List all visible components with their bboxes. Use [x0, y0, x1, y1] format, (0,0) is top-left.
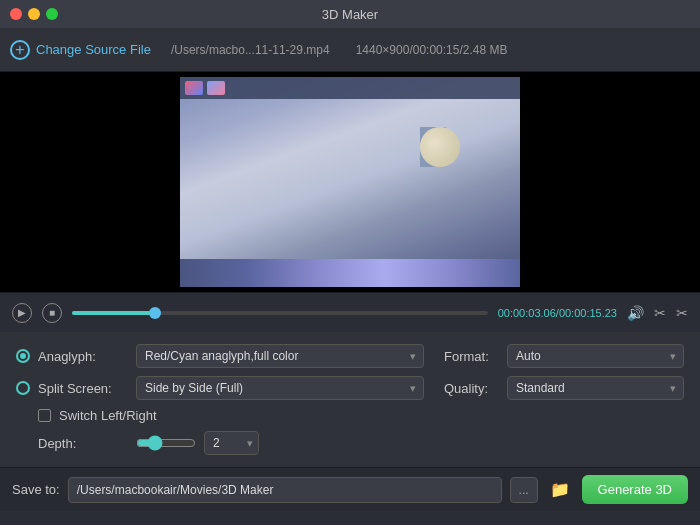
quality-row: Quality: Standard High Low: [444, 376, 684, 400]
total-time: 00:00:15.23: [559, 307, 617, 319]
file-path: /Users/macbo...11-11-29.mp4: [171, 43, 330, 57]
switch-lr-label: Switch Left/Right: [59, 408, 157, 423]
depth-select-wrapper: 1 2 3 4 5: [204, 431, 259, 455]
split-screen-label: Split Screen:: [38, 381, 128, 396]
split-select[interactable]: Side by Side (Full) Side by Side (Half) …: [136, 376, 424, 400]
format-select-wrapper: Auto MP4 MKV AVI: [507, 344, 684, 368]
title-bar: 3D Maker: [0, 0, 700, 28]
left-settings: Anaglyph: Red/Cyan anaglyph,full color R…: [16, 344, 424, 455]
save-to-label: Save to:: [12, 482, 60, 497]
mini-icon-1: [185, 81, 203, 95]
progress-thumb[interactable]: [149, 307, 161, 319]
quality-label: Quality:: [444, 381, 499, 396]
right-settings: Format: Auto MP4 MKV AVI Quality: Standa…: [444, 344, 684, 455]
video-taskbar: [180, 259, 520, 287]
split-select-wrapper: Side by Side (Full) Side by Side (Half) …: [136, 376, 424, 400]
bottom-bar: Save to: ... 📁 Generate 3D: [0, 467, 700, 511]
controls-bar: ▶ ■ 00:00:03.06/00:00:15.23 🔊 ✂ ✂: [0, 292, 700, 332]
depth-row: Depth: 1 2 3 4 5: [16, 431, 424, 455]
switch-lr-checkbox[interactable]: [38, 409, 51, 422]
anaglyph-radio[interactable]: [16, 349, 30, 363]
moon-shape: [420, 127, 460, 167]
progress-bar[interactable]: [72, 311, 488, 315]
stop-button[interactable]: ■: [42, 303, 62, 323]
play-button[interactable]: ▶: [12, 303, 32, 323]
format-label: Format:: [444, 349, 499, 364]
change-source-button[interactable]: + Change Source File: [10, 40, 151, 60]
quality-select[interactable]: Standard High Low: [507, 376, 684, 400]
current-time: 00:00:03.06: [498, 307, 556, 319]
depth-slider[interactable]: [136, 435, 196, 451]
quality-select-wrapper: Standard High Low: [507, 376, 684, 400]
generate-3d-button[interactable]: Generate 3D: [582, 475, 688, 504]
switch-lr-row: Switch Left/Right: [16, 408, 424, 423]
anaglyph-select[interactable]: Red/Cyan anaglyph,full color Red/Cyan an…: [136, 344, 424, 368]
split-screen-radio[interactable]: [16, 381, 30, 395]
anaglyph-row: Anaglyph: Red/Cyan anaglyph,full color R…: [16, 344, 424, 368]
progress-fill: [72, 311, 155, 315]
time-display: 00:00:03.06/00:00:15.23: [498, 307, 617, 319]
video-topbar: [180, 77, 520, 99]
maximize-button[interactable]: [46, 8, 58, 20]
minimize-button[interactable]: [28, 8, 40, 20]
mini-icon-2: [207, 81, 225, 95]
add-icon: +: [10, 40, 30, 60]
scissors-icon[interactable]: ✂: [676, 305, 688, 321]
settings-icon[interactable]: ✂: [654, 305, 666, 321]
close-button[interactable]: [10, 8, 22, 20]
format-row: Format: Auto MP4 MKV AVI: [444, 344, 684, 368]
preview-area: [0, 72, 700, 292]
file-dimensions: 1440×900/00:00:15/2.48 MB: [356, 43, 508, 57]
split-screen-row: Split Screen: Side by Side (Full) Side b…: [16, 376, 424, 400]
browse-dots-button[interactable]: ...: [510, 477, 538, 503]
volume-icon[interactable]: 🔊: [627, 305, 644, 321]
anaglyph-label: Anaglyph:: [38, 349, 128, 364]
anaglyph-select-wrapper: Red/Cyan anaglyph,full color Red/Cyan an…: [136, 344, 424, 368]
window-title: 3D Maker: [322, 7, 378, 22]
format-select[interactable]: Auto MP4 MKV AVI: [507, 344, 684, 368]
change-source-label: Change Source File: [36, 42, 151, 57]
toolbar: + Change Source File /Users/macbo...11-1…: [0, 28, 700, 72]
open-folder-button[interactable]: 📁: [546, 478, 574, 501]
depth-select[interactable]: 1 2 3 4 5: [204, 431, 259, 455]
depth-label: Depth:: [38, 436, 128, 451]
window-controls: [0, 8, 58, 20]
save-path-input[interactable]: [68, 477, 502, 503]
video-preview: [180, 77, 520, 287]
settings-panel: Anaglyph: Red/Cyan anaglyph,full color R…: [0, 332, 700, 467]
